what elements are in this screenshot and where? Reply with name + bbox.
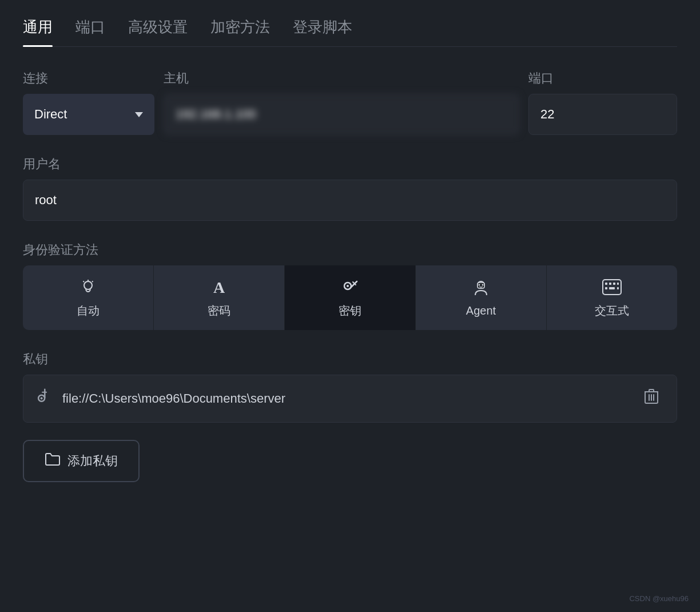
svg-line-3 [92,281,93,283]
auth-method-label: 身份验证方法 [23,241,677,259]
text-a-icon: A [209,277,229,297]
auth-btn-password[interactable]: A 密码 [154,265,285,330]
host-group: 主机 [164,70,519,135]
connection-type-group: 连接 Direct [23,70,154,135]
watermark: CSDN @xuehu96 [629,594,689,603]
key-file-icon [33,386,58,411]
username-section: 用户名 [23,156,677,221]
auth-agent-label: Agent [466,304,496,317]
svg-point-6 [347,285,349,287]
svg-point-12 [479,284,480,286]
keyboard-icon [602,277,622,297]
port-input[interactable] [528,94,677,135]
auth-btn-key[interactable]: 密钥 [285,265,416,330]
svg-rect-16 [609,283,611,285]
private-key-section: 私钥 file://C:\Users\moe96\Documents\serve… [23,351,677,423]
private-key-item: file://C:\Users\moe96\Documents\server [23,375,677,423]
host-input[interactable] [164,94,519,135]
key-icon [340,277,360,297]
svg-line-9 [353,282,354,283]
connection-type-dropdown[interactable]: Direct [23,94,154,135]
port-label: 端口 [528,70,677,87]
svg-line-24 [41,390,49,398]
host-label: 主机 [164,70,519,87]
svg-point-13 [482,284,484,286]
connection-type-value: Direct [34,107,67,122]
svg-line-26 [42,391,44,393]
tab-general[interactable]: 通用 [23,17,53,46]
svg-rect-20 [609,287,615,289]
auth-method-section: 身份验证方法 自动 A [23,241,677,330]
svg-rect-19 [605,287,607,289]
tab-encryption[interactable]: 加密方法 [210,17,270,46]
auth-key-label: 密钥 [339,303,361,319]
svg-line-25 [45,391,46,393]
tab-advanced[interactable]: 高级设置 [128,17,188,46]
svg-point-23 [40,396,43,400]
svg-rect-15 [605,283,607,285]
connection-section: 连接 Direct 主机 端口 [23,70,677,135]
svg-rect-21 [617,287,619,289]
tab-login-script[interactable]: 登录脚本 [293,17,352,46]
auth-password-label: 密码 [208,303,230,319]
add-key-button[interactable]: 添加私钥 [23,440,140,482]
auth-btn-interactive[interactable]: 交互式 [547,265,677,330]
auth-interactive-label: 交互式 [595,303,629,319]
username-input[interactable] [23,180,677,221]
svg-line-2 [83,281,85,283]
private-key-path: file://C:\Users\moe96\Documents\server [62,391,631,406]
auth-btn-agent[interactable]: Agent [416,265,547,330]
username-label: 用户名 [23,156,677,173]
add-key-label: 添加私钥 [67,452,118,470]
port-group: 端口 [528,70,677,135]
svg-text:A: A [213,279,225,296]
auth-method-buttons: 自动 A 密码 [23,265,677,330]
bulb-icon [78,277,98,297]
folder-icon [45,452,61,470]
agent-icon [471,278,491,299]
svg-line-8 [355,284,356,285]
delete-key-button[interactable] [640,387,663,411]
auth-btn-auto[interactable]: 自动 [23,265,154,330]
svg-rect-18 [617,283,619,285]
tab-navigation: 通用 端口 高级设置 加密方法 登录脚本 [23,17,677,47]
app-container: 通用 端口 高级设置 加密方法 登录脚本 连接 Direct 主机 端口 [0,0,700,612]
connection-label: 连接 [23,70,154,87]
tab-port[interactable]: 端口 [75,17,105,46]
dropdown-arrow-icon [135,112,143,117]
auth-auto-label: 自动 [77,303,100,319]
svg-point-0 [84,281,92,289]
svg-rect-17 [613,283,615,285]
private-key-label: 私钥 [23,351,677,368]
